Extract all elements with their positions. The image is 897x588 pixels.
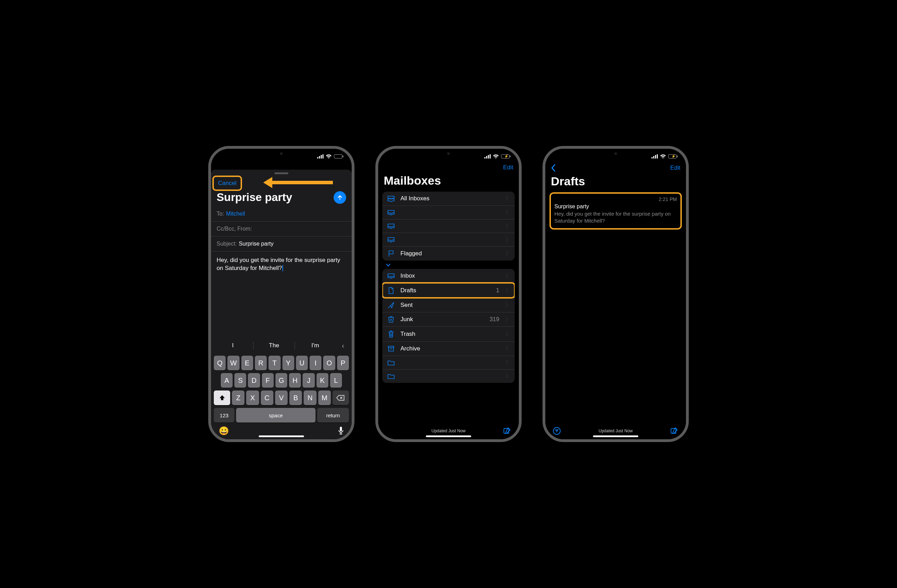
key-v[interactable]: V — [275, 390, 288, 405]
cc-bcc-field[interactable]: Cc/Bcc, From: — [211, 222, 352, 237]
key-t[interactable]: T — [268, 356, 280, 370]
draft-subject: Surprise party — [554, 204, 677, 210]
folder-icon — [387, 360, 396, 366]
compose-button[interactable] — [670, 427, 678, 435]
compose-icon — [503, 427, 511, 435]
bottom-toolbar: Updated Just Now — [378, 427, 519, 435]
numbers-key[interactable]: 123 — [214, 408, 234, 423]
key-x[interactable]: X — [246, 390, 259, 405]
key-w[interactable]: W — [227, 356, 239, 370]
key-c[interactable]: C — [261, 390, 273, 405]
draft-time: 2:21 PM — [659, 196, 677, 202]
return-key[interactable]: return — [317, 408, 349, 423]
mailbox-row-drafts[interactable]: Drafts1〉 — [382, 283, 515, 298]
key-f[interactable]: F — [262, 373, 274, 388]
mailbox-row-sent[interactable]: Sent〉 — [382, 298, 515, 312]
mailbox-label: Inbox — [400, 273, 501, 279]
key-h[interactable]: H — [289, 373, 301, 388]
back-button[interactable] — [551, 164, 556, 172]
key-q[interactable]: Q — [214, 356, 226, 370]
bottom-toolbar: Updated Just Now — [545, 427, 686, 435]
inbox-icon — [387, 237, 396, 242]
key-e[interactable]: E — [241, 356, 253, 370]
key-b[interactable]: B — [289, 390, 302, 405]
chevron-right-icon: 〉 — [506, 302, 510, 308]
edit-button[interactable]: Edit — [503, 164, 513, 171]
mailbox-row-folder[interactable]: 〉 — [382, 369, 515, 383]
account-collapse-toggle[interactable] — [378, 260, 519, 269]
inbox-icon — [387, 273, 396, 279]
flag-icon — [387, 250, 396, 257]
key-s[interactable]: S — [234, 373, 246, 388]
compose-title: Surprise party — [217, 191, 292, 204]
suggestion-2[interactable]: The — [254, 342, 294, 349]
mailbox-row-junk[interactable]: Junk319〉 — [382, 312, 515, 326]
key-u[interactable]: U — [296, 356, 308, 370]
chevron-down-icon — [386, 263, 391, 267]
send-button[interactable] — [334, 191, 346, 204]
to-label: To: — [217, 211, 224, 217]
mailbox-row-all-inboxes[interactable]: All Inboxes〉 — [382, 191, 515, 205]
chevron-right-icon: 〉 — [506, 209, 510, 216]
suggestion-1[interactable]: I — [213, 342, 253, 349]
inbox-icon — [387, 223, 396, 229]
key-j[interactable]: J — [303, 373, 314, 388]
trash-icon — [387, 330, 396, 338]
key-n[interactable]: N — [304, 390, 316, 405]
key-r[interactable]: R — [255, 356, 267, 370]
collapse-suggestions-icon[interactable]: ‹ — [336, 342, 350, 350]
mailbox-row-folder[interactable]: 〉 — [382, 356, 515, 369]
mailbox-label: Flagged — [400, 250, 501, 257]
filter-button[interactable] — [553, 427, 561, 435]
key-p[interactable]: P — [337, 356, 349, 370]
dictation-button[interactable] — [338, 426, 344, 435]
key-k[interactable]: K — [317, 373, 328, 388]
battery-charging-icon: ⚡ — [501, 154, 510, 158]
draft-preview: Hey, did you get the invite for the surp… — [554, 210, 677, 224]
draft-list-item[interactable]: 2:21 PM Surprise party Hey, did you get … — [550, 192, 682, 230]
key-g[interactable]: G — [276, 373, 287, 388]
key-o[interactable]: O — [323, 356, 335, 370]
microphone-icon — [338, 426, 344, 435]
cellular-icon — [484, 154, 491, 158]
svg-rect-6 — [486, 156, 487, 158]
svg-rect-1 — [319, 156, 320, 158]
folder-icon — [387, 373, 396, 379]
home-indicator[interactable] — [426, 435, 471, 437]
message-body[interactable]: Hey, did you get the invite for the surp… — [211, 251, 352, 277]
mailbox-row-flagged[interactable]: Flagged〉 — [382, 246, 515, 260]
key-m[interactable]: M — [318, 390, 331, 405]
emoji-button[interactable]: 😀 — [219, 426, 229, 436]
subject-field[interactable]: Subject: Surprise party — [211, 237, 352, 251]
page-title: Mailboxes — [378, 172, 519, 191]
shift-key[interactable] — [214, 390, 230, 405]
filter-icon — [553, 427, 561, 435]
key-l[interactable]: L — [330, 373, 342, 388]
sheet-grabber[interactable] — [274, 172, 288, 174]
page-title: Drafts — [545, 173, 686, 192]
cancel-button[interactable]: Cancel — [214, 177, 240, 190]
space-key[interactable]: space — [236, 408, 315, 423]
key-d[interactable]: D — [248, 373, 260, 388]
mailbox-row-archive[interactable]: Archive〉 — [382, 341, 515, 356]
backspace-key[interactable] — [332, 390, 349, 405]
key-i[interactable]: I — [309, 356, 321, 370]
svg-rect-5 — [484, 157, 485, 158]
mailbox-row-inbox[interactable]: Inbox〉 — [382, 269, 515, 283]
mailbox-row-inbox[interactable]: 〉 — [382, 205, 515, 219]
notch — [588, 149, 643, 158]
mailbox-row-inbox[interactable]: 〉 — [382, 219, 515, 233]
mailbox-row-trash[interactable]: Trash〉 — [382, 326, 515, 341]
arrow-up-icon — [337, 194, 343, 201]
suggestion-3[interactable]: I'm — [295, 342, 336, 349]
to-field[interactable]: To: Mitchell — [211, 207, 352, 222]
home-indicator[interactable] — [593, 435, 638, 437]
key-y[interactable]: Y — [282, 356, 294, 370]
key-z[interactable]: Z — [232, 390, 245, 405]
home-indicator[interactable] — [259, 435, 304, 437]
edit-button[interactable]: Edit — [670, 164, 680, 172]
key-a[interactable]: A — [221, 373, 233, 388]
compose-button[interactable] — [503, 427, 511, 435]
mailbox-label: Trash — [400, 331, 501, 338]
mailbox-row-inbox[interactable]: 〉 — [382, 233, 515, 246]
